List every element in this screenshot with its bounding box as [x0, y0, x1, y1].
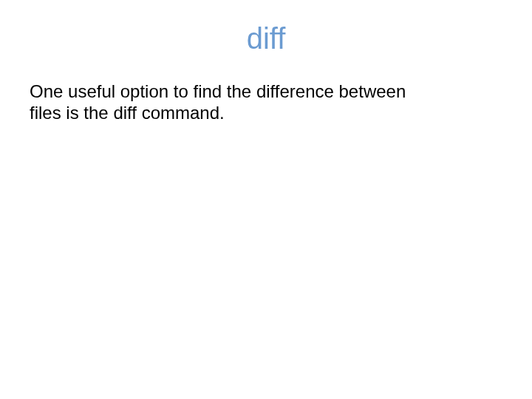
slide-title: diff: [30, 22, 502, 55]
slide-container: diff One useful option to find the diffe…: [0, 0, 532, 399]
slide-body-text: One useful option to find the difference…: [30, 81, 414, 124]
